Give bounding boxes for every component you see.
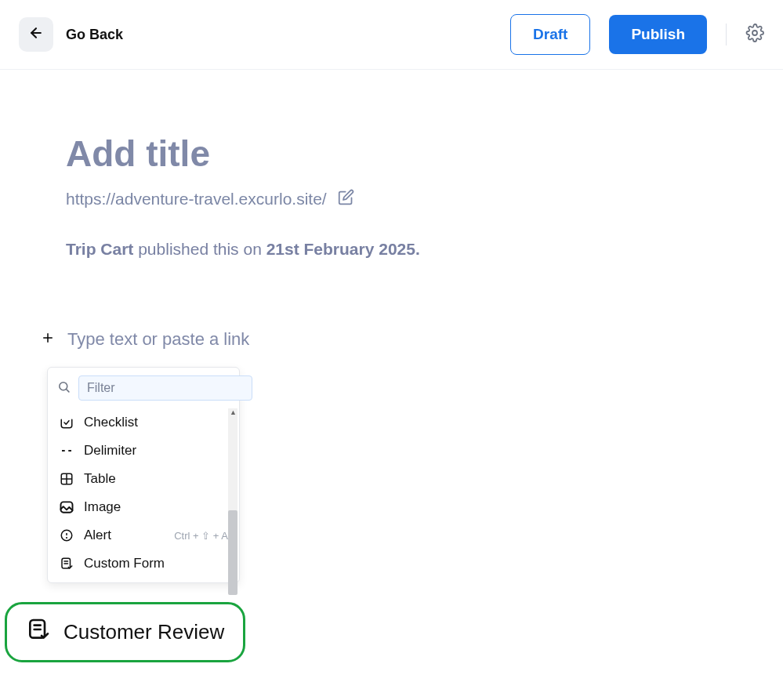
menu-item-label: Delimiter — [84, 443, 228, 459]
customer-review-callout[interactable]: Customer Review — [5, 602, 245, 662]
table-icon — [59, 471, 74, 487]
add-block-button[interactable] — [41, 331, 55, 349]
go-back-button[interactable] — [19, 17, 53, 52]
filter-input[interactable] — [78, 375, 252, 401]
menu-item-alert[interactable]: Alert Ctrl + ⇧ + A — [48, 521, 239, 549]
editor-row: Type text or paste a link — [41, 329, 783, 350]
menu-item-checklist[interactable]: Checklist — [48, 408, 239, 437]
draft-button[interactable]: Draft — [510, 14, 590, 55]
meta-date: 21st February 2025. — [266, 240, 420, 258]
title-input[interactable]: Add title — [66, 132, 783, 175]
form-icon — [59, 556, 74, 571]
header-right: Draft Publish — [510, 14, 764, 55]
header: Go Back Draft Publish — [0, 0, 783, 70]
edit-icon — [338, 189, 354, 205]
arrow-left-icon — [28, 25, 44, 44]
checklist-icon — [59, 415, 74, 430]
meta-author: Trip Cart — [66, 240, 133, 258]
svg-line-5 — [67, 389, 69, 391]
page-url: https://adventure-travel.excurlo.site/ — [66, 190, 327, 209]
gear-icon — [745, 24, 764, 42]
search-icon — [57, 380, 71, 397]
edit-url-button[interactable] — [338, 189, 354, 209]
delimiter-icon — [59, 443, 74, 459]
menu-item-custom-form[interactable]: Custom Form — [48, 549, 239, 578]
menu-item-label: Table — [84, 471, 228, 487]
go-back-label: Go Back — [66, 27, 123, 43]
editor-placeholder[interactable]: Type text or paste a link — [67, 329, 249, 350]
menu-item-delimiter[interactable]: Delimiter — [48, 437, 239, 465]
publish-button[interactable]: Publish — [609, 15, 707, 54]
menu-item-label: Image — [84, 499, 228, 515]
meta-line: Trip Cart published this on 21st Februar… — [66, 240, 783, 259]
menu-item-shortcut: Ctrl + ⇧ + A — [174, 530, 228, 542]
divider — [726, 24, 727, 45]
settings-button[interactable] — [745, 24, 764, 45]
scroll-up-arrow[interactable]: ▲ — [230, 408, 237, 416]
content: Add title https://adventure-travel.excur… — [0, 70, 783, 583]
filter-row — [48, 368, 239, 408]
url-row: https://adventure-travel.excurlo.site/ — [66, 189, 783, 209]
block-menu: ▲ Checklist Delimiter — [47, 367, 240, 583]
menu-item-label: Alert — [84, 528, 165, 543]
menu-item-table[interactable]: Table — [48, 465, 239, 493]
menu-item-label: Checklist — [84, 415, 228, 430]
plus-icon — [41, 331, 55, 345]
alert-icon — [59, 528, 74, 543]
image-icon — [59, 499, 74, 515]
svg-point-1 — [752, 31, 757, 35]
menu-item-label: Custom Form — [84, 556, 228, 571]
customer-review-label: Customer Review — [63, 620, 224, 644]
menu-list: ▲ Checklist Delimiter — [48, 408, 239, 582]
customer-review-icon — [26, 617, 51, 647]
menu-item-image[interactable]: Image — [48, 493, 239, 521]
meta-middle: published this on — [133, 240, 266, 258]
svg-point-14 — [67, 538, 67, 539]
scrollbar-thumb[interactable] — [228, 510, 237, 595]
header-left: Go Back — [19, 17, 123, 52]
